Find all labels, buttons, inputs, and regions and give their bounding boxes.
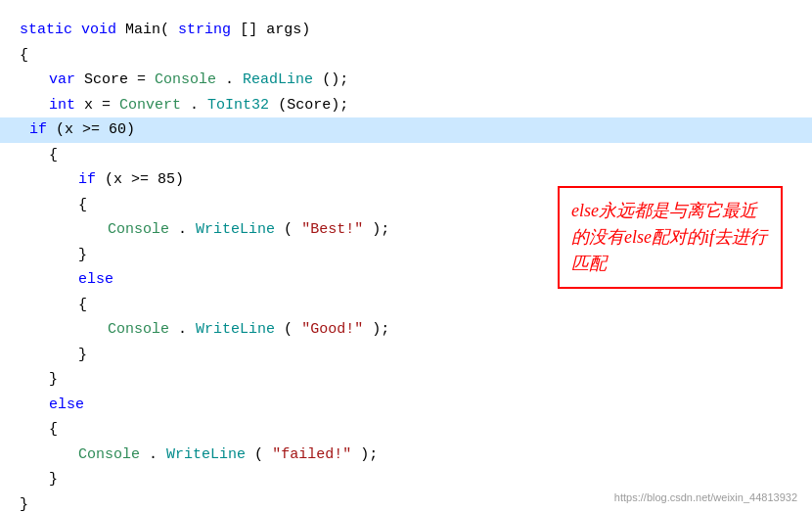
class-console-4: Console: [78, 446, 140, 463]
class-console-1: Console: [155, 71, 216, 88]
watermark: https://blog.csdn.net/weixin_44813932: [614, 491, 797, 503]
class-convert: Convert: [119, 97, 181, 114]
code-line-5: if (x >= 60): [0, 117, 812, 143]
keyword-void: void: [81, 22, 116, 38]
code-line-6: {: [20, 143, 792, 168]
code-line-2: {: [20, 43, 792, 69]
method-writeline-2: WriteLine: [196, 321, 275, 338]
code-line-16: else: [20, 393, 792, 418]
annotation-box: else永远都是与离它最近的没有else配对的if去进行匹配: [558, 186, 783, 289]
keyword-static: static: [20, 22, 72, 38]
method-writeline-3: WriteLine: [166, 446, 246, 463]
code-line-15: }: [20, 367, 792, 393]
string-failed: "failed!": [272, 446, 351, 463]
code-line-17: {: [20, 417, 792, 443]
method-readline: ReadLine: [243, 71, 313, 88]
code-line-14: }: [20, 343, 792, 368]
keyword-if-1: if: [29, 121, 47, 138]
class-console-2: Console: [108, 221, 169, 238]
keyword-var: var: [49, 71, 75, 88]
code-area: static void Main( string [] args) { var …: [0, 0, 812, 513]
keyword-else-1: else: [78, 271, 113, 288]
code-line-13: Console . WriteLine ( "Good!" );: [20, 317, 792, 343]
code-line-3: var Score = Console . ReadLine ();: [20, 68, 792, 93]
code-line-4: int x = Convert . ToInt32 (Score);: [20, 93, 792, 118]
code-line-18: Console . WriteLine ( "failed!" );: [20, 443, 792, 468]
keyword-else-2: else: [49, 396, 84, 413]
method-toint32: ToInt32: [207, 97, 269, 114]
string-best: "Best!": [301, 221, 363, 238]
code-line-12: {: [20, 293, 792, 318]
annotation-text: else永远都是与离它最近的没有else配对的if去进行匹配: [571, 198, 769, 277]
method-writeline-1: WriteLine: [196, 221, 275, 238]
string-good: "Good!": [301, 321, 363, 338]
keyword-int: int: [49, 97, 75, 114]
code-line-19: }: [20, 467, 792, 492]
code-line-1: static void Main( string [] args): [20, 18, 792, 43]
class-console-3: Console: [108, 321, 169, 338]
type-string: string: [178, 22, 231, 38]
keyword-if-2: if: [78, 171, 96, 188]
